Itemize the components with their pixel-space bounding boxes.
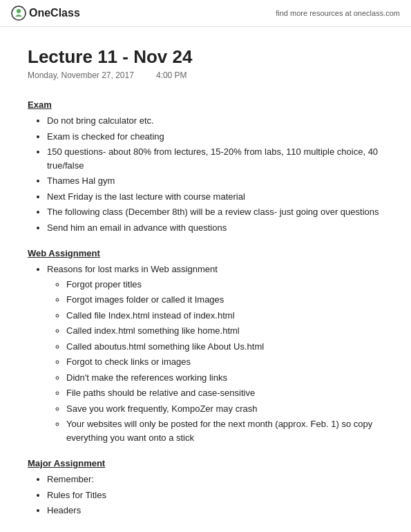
list-item: Send him an email in advance with questi… xyxy=(47,221,383,235)
list-item: Reasons for lost marks in Web assignment… xyxy=(47,263,383,444)
list-item: Called aboutus.html something like About… xyxy=(66,340,383,354)
exam-section-title: Exam xyxy=(28,99,383,110)
header-link-text: find more resources at oneclass.com xyxy=(276,9,400,17)
list-item: Exam is checked for cheating xyxy=(47,130,383,144)
lecture-meta: Monday, November 27, 2017 4:00 PM xyxy=(28,70,383,80)
list-item: Didn't make the references working links xyxy=(66,371,383,385)
list-item: Headers xyxy=(47,504,383,517)
list-item: Forgot images folder or called it Images xyxy=(66,293,383,307)
major-assignment-section-title: Major Assignment xyxy=(28,458,383,468)
major-assignment-list: Remember: Rules for Titles Headers xyxy=(28,473,383,517)
header-logo: OneClass xyxy=(11,6,80,21)
major-assignment-section: Major Assignment Remember: Rules for Tit… xyxy=(28,458,383,517)
list-item: Rules for Titles xyxy=(47,488,383,502)
lecture-date: Monday, November 27, 2017 xyxy=(28,70,134,80)
header-bar: OneClass find more resources at oneclass… xyxy=(0,0,411,27)
list-item: Save you work frequently, KompoZer may c… xyxy=(66,402,383,416)
list-item: File paths should be relative and case-s… xyxy=(66,386,383,400)
lecture-title: Lecture 11 - Nov 24 xyxy=(28,46,383,68)
list-item: The following class (December 8th) will … xyxy=(47,205,383,219)
main-content: Lecture 11 - Nov 24 Monday, November 27,… xyxy=(0,27,411,532)
web-assignment-section-title: Web Assignment xyxy=(28,248,383,258)
list-item: Remember: xyxy=(47,473,383,486)
list-item: Next Friday is the last lecture with cou… xyxy=(47,190,383,204)
web-assignment-sublist: Forgot proper titles Forgot images folde… xyxy=(47,278,383,445)
list-item: Thames Hal gym xyxy=(47,174,383,188)
oneclass-logo-icon xyxy=(11,6,26,21)
list-item: Called index.html something like home.ht… xyxy=(66,324,383,338)
header-logo-text: OneClass xyxy=(29,7,80,19)
list-item: Called file Index.html instead of index.… xyxy=(66,309,383,323)
exam-section: Exam Do not bring calculator etc. Exam i… xyxy=(28,99,383,234)
list-item: Your websites will only be posted for th… xyxy=(66,417,383,444)
exam-list: Do not bring calculator etc. Exam is che… xyxy=(28,114,383,234)
web-assignment-section: Web Assignment Reasons for lost marks in… xyxy=(28,248,383,444)
list-item: 150 questions- about 80% from lectures, … xyxy=(47,145,383,172)
web-assignment-list: Reasons for lost marks in Web assignment… xyxy=(28,263,383,444)
list-item: Do not bring calculator etc. xyxy=(47,114,383,128)
list-item: Forgot proper titles xyxy=(66,278,383,292)
lecture-time: 4:00 PM xyxy=(156,70,187,80)
list-item: Forgot to check links or images xyxy=(66,355,383,369)
svg-point-1 xyxy=(17,9,21,13)
